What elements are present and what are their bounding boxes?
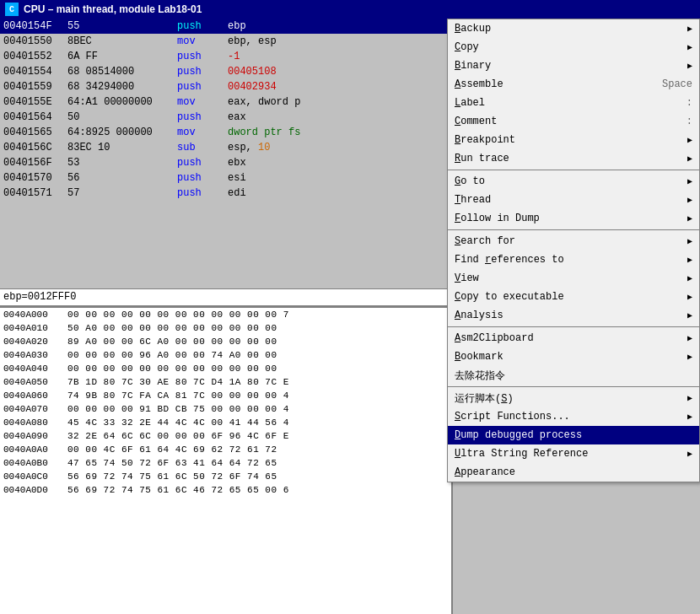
menu-item-ultra_string[interactable]: Ultra String Reference▶ <box>448 444 699 463</box>
menu-item-find_references_to[interactable]: Find references to▶ <box>448 250 699 269</box>
disasm-row[interactable]: 0040156564:8925 000000movdword ptr fs <box>0 125 451 140</box>
menu-item-search_for[interactable]: Search for▶ <box>448 232 699 250</box>
menu-item-backup[interactable]: Backup▶ <box>448 19 699 38</box>
hex-addr: 0040A060 <box>0 390 67 401</box>
hex-addr: 0040A020 <box>0 337 67 347</box>
hex-row[interactable]: 0040A0507B 1D 80 7C 30 AE 80 7C D4 1A 80… <box>0 375 451 389</box>
menu-item-dump_debugged[interactable]: Dump debugged process <box>448 426 699 444</box>
hex-row[interactable]: 0040A0A000 00 4C 6F 61 64 4C 69 62 72 61… <box>0 443 451 456</box>
hex-row[interactable]: 0040A0C056 69 72 74 75 61 6C 50 72 6F 74… <box>0 470 451 483</box>
disasm-operand: edi <box>228 187 451 199</box>
hex-addr: 0040A0D0 <box>0 485 67 495</box>
hex-addr: 0040A0A0 <box>0 444 67 455</box>
disasm-row[interactable]: 0040156F53pushebx <box>0 155 451 170</box>
hexdump-section: 0040A00000 00 00 00 00 00 00 00 00 00 00… <box>0 308 451 614</box>
status-section: ebp=0012FFF0 <box>0 288 451 305</box>
disasm-addr: 00401554 <box>0 66 67 78</box>
hex-addr: 0040A000 <box>0 310 67 320</box>
menu-label-binary: Binary <box>455 60 491 72</box>
menu-item-copy_to_executable[interactable]: Copy to executable▶ <box>448 288 699 306</box>
hex-row[interactable]: 0040A04000 00 00 00 00 00 00 00 00 00 00… <box>0 362 451 375</box>
hex-row[interactable]: 0040A03000 00 00 00 96 A0 00 00 74 A0 00… <box>0 348 451 362</box>
window-title: CPU – main thread, module Lab18-01 <box>24 3 202 15</box>
menu-label-script_functions: Script Functions... <box>455 411 570 423</box>
disasm-row[interactable]: 004015508BECmovebp, esp <box>0 34 451 49</box>
disasm-bytes: 53 <box>67 157 177 169</box>
disasm-bytes: 8BEC <box>67 35 177 47</box>
disasm-operand: eax, dword p <box>228 96 451 108</box>
disasm-row[interactable]: 0040155E64:A1 00000000moveax, dword p <box>0 94 451 110</box>
disasm-row[interactable]: 0040156450pusheax <box>0 110 451 125</box>
hex-row[interactable]: 0040A01050 A0 00 00 00 00 00 00 00 00 00… <box>0 321 451 335</box>
menu-arrow-binary: ▶ <box>687 61 692 71</box>
hex-row[interactable]: 0040A0B047 65 74 50 72 6F 63 41 64 64 72… <box>0 456 451 470</box>
disasm-row[interactable]: 0040155968 34294000push00402934 <box>0 79 451 94</box>
menu-label-breakpoint: Breakpoint <box>455 134 515 146</box>
menu-item-view[interactable]: View▶ <box>448 269 699 288</box>
hex-row[interactable]: 0040A00000 00 00 00 00 00 00 00 00 00 00… <box>0 308 451 321</box>
hex-row[interactable]: 0040A08045 4C 33 32 2E 44 4C 4C 00 41 44… <box>0 416 451 429</box>
disasm-operand: ebp <box>228 20 451 32</box>
menu-item-bookmark[interactable]: Bookmark▶ <box>448 347 699 366</box>
menu-arrow-copy_to_executable: ▶ <box>687 292 692 302</box>
menu-separator <box>448 229 699 230</box>
disasm-mnem: push <box>177 157 228 169</box>
menu-item-script_functions[interactable]: Script Functions...▶ <box>448 407 699 426</box>
menu-arrow-bookmark: ▶ <box>687 352 692 362</box>
hex-row[interactable]: 0040A02089 A0 00 00 6C A0 00 00 00 00 00… <box>0 335 451 348</box>
disasm-addr: 0040154F <box>0 20 67 32</box>
menu-label-analysis: Analysis <box>455 310 503 321</box>
menu-item-copy[interactable]: Copy▶ <box>448 38 699 57</box>
menu-shortcut-comment: : <box>687 116 692 127</box>
menu-item-binary[interactable]: Binary▶ <box>448 57 699 75</box>
hex-row[interactable]: 0040A06074 9B 80 7C FA CA 81 7C 00 00 00… <box>0 389 451 402</box>
menu-item-run_script[interactable]: 运行脚本(S)▶ <box>448 389 699 407</box>
hex-bytes: 00 00 00 00 91 BD CB 75 00 00 00 00 4 <box>67 404 451 414</box>
menu-item-go_to[interactable]: Go to▶ <box>448 172 699 191</box>
hex-addr: 0040A050 <box>0 377 67 387</box>
menu-item-assemble[interactable]: AssembleSpace <box>448 75 699 94</box>
disasm-operand: dword ptr fs <box>228 127 451 138</box>
menu-item-breakpoint[interactable]: Breakpoint▶ <box>448 131 699 149</box>
disasm-row[interactable]: 0040157056pushesi <box>0 170 451 186</box>
hex-addr: 0040A040 <box>0 364 67 374</box>
disasm-addr: 0040156F <box>0 157 67 169</box>
menu-item-comment[interactable]: Comment: <box>448 112 699 131</box>
menu-arrow-find_references_to: ▶ <box>687 255 692 265</box>
menu-item-analysis[interactable]: Analysis▶ <box>448 306 699 325</box>
disasm-bytes: 64:A1 00000000 <box>67 96 177 108</box>
left-panel: 0040154F55pushebp004015508BECmovebp, esp… <box>0 19 451 614</box>
menu-arrow-thread: ▶ <box>687 195 692 205</box>
disasm-operand: esp, 10 <box>228 142 451 154</box>
hex-bytes: 00 00 00 00 96 A0 00 00 74 A0 00 00 <box>67 350 451 360</box>
menu-label-remove_flower: 去除花指令 <box>455 369 505 383</box>
menu-label-search_for: Search for <box>455 235 515 247</box>
menu-item-follow_in_dump[interactable]: Follow in Dump▶ <box>448 209 699 228</box>
hex-row[interactable]: 0040A09032 2E 64 6C 6C 00 00 00 6F 96 4C… <box>0 429 451 443</box>
disasm-section: 0040154F55pushebp004015508BECmovebp, esp… <box>0 19 451 288</box>
menu-separator <box>448 326 699 327</box>
menu-label-find_references_to: Find references to <box>455 254 564 266</box>
menu-item-label[interactable]: Label: <box>448 94 699 112</box>
disasm-row[interactable]: 0040157157pushedi <box>0 186 451 201</box>
disasm-mnem: push <box>177 20 228 32</box>
hex-row[interactable]: 0040A07000 00 00 00 91 BD CB 75 00 00 00… <box>0 402 451 416</box>
disasm-row[interactable]: 004015526A FFpush-1 <box>0 49 451 64</box>
hex-addr: 0040A070 <box>0 404 67 414</box>
menu-item-appearance[interactable]: Appearance <box>448 463 699 482</box>
disasm-bytes: 50 <box>67 111 177 123</box>
menu-item-thread[interactable]: Thread▶ <box>448 191 699 209</box>
disasm-row[interactable]: 0040156C83EC 10subesp, 10 <box>0 140 451 155</box>
menu-item-asm2clipboard[interactable]: Asm2Clipboard▶ <box>448 329 699 347</box>
menu-arrow-script_functions: ▶ <box>687 412 692 422</box>
menu-label-go_to: Go to <box>455 175 485 187</box>
menu-arrow-copy: ▶ <box>687 42 692 52</box>
disasm-addr: 00401552 <box>0 51 67 62</box>
menu-item-run_trace[interactable]: Run trace▶ <box>448 149 699 168</box>
menu-item-remove_flower[interactable]: 去除花指令 <box>448 366 699 385</box>
disasm-row[interactable]: 0040155468 08514000push00405108 <box>0 64 451 79</box>
hex-row[interactable]: 0040A0D056 69 72 74 75 61 6C 46 72 65 65… <box>0 483 451 497</box>
disasm-mnem: mov <box>177 96 228 108</box>
hex-addr: 0040A0C0 <box>0 471 67 482</box>
disasm-row[interactable]: 0040154F55pushebp <box>0 19 451 34</box>
